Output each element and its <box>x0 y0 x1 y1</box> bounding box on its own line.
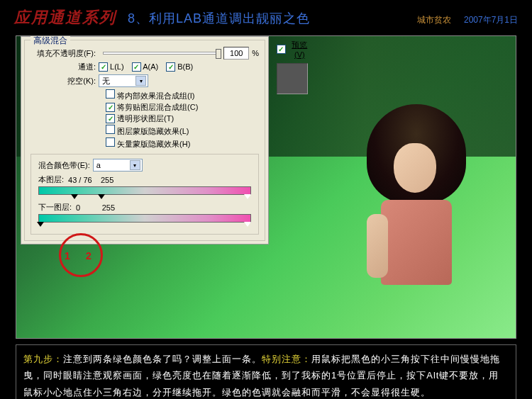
chevron-down-icon: ▾ <box>130 160 140 170</box>
channels-label: 通道: <box>31 62 96 72</box>
blend-if-label: 混合颜色带(E): <box>38 160 90 171</box>
series-title: 应用通道系列 <box>14 7 116 28</box>
percent-label: % <box>252 49 259 57</box>
blend-if-group: 混合颜色带(E): a▾ 本图层: 43 / 76 255 <box>31 154 259 235</box>
knockout-label: 挖空(K): <box>31 76 96 86</box>
group-title: 高级混合 <box>31 35 70 47</box>
fill-opacity-input[interactable]: 100 <box>223 47 249 60</box>
instruction-footer: 第九步：注意到两条绿色颜色条了吗？调整上面一条。特别注意：用鼠标把黑色的小三角按… <box>16 344 516 399</box>
knockout-select[interactable]: 无▾ <box>99 74 148 87</box>
channel-l-checkbox[interactable]: ✓ L(L) <box>99 62 124 72</box>
lesson-title: 8、利用LAB通道调出靓丽之色 <box>128 10 310 27</box>
opt-layer-mask-hides[interactable]: 图层蒙版隐藏效果(L) <box>106 125 189 137</box>
preview-swatch <box>277 63 308 94</box>
white-slider[interactable] <box>244 194 251 199</box>
photo-subject <box>331 104 487 288</box>
this-layer-label: 本图层: <box>38 174 64 185</box>
chevron-down-icon: ▾ <box>135 76 146 86</box>
this-layer-values: 43 / 76 255 <box>68 176 113 184</box>
annotation-marker-2: 2 <box>86 250 92 262</box>
opt-interior-effects[interactable]: 将内部效果混合成组(I) <box>106 89 194 101</box>
warning-label: 特别注意： <box>262 354 311 364</box>
opt-transparency-shapes[interactable]: ✓ 透明形状图层(T) <box>106 113 174 124</box>
channel-a-checkbox[interactable]: ✓ A(A) <box>132 62 158 72</box>
black-slider-under[interactable] <box>37 222 44 227</box>
opt-vector-mask-hides[interactable]: 矢量蒙版隐藏效果(H) <box>106 137 190 150</box>
author-label: 城市贫农 <box>417 14 451 26</box>
date-label: 2007年7月1日 <box>464 14 518 26</box>
black-slider-left[interactable] <box>71 194 78 199</box>
opt-clipped-layers[interactable]: ✓ 将剪贴图层混合成组(C) <box>106 102 198 113</box>
under-layer-label: 下一图层: <box>38 202 72 213</box>
fill-opacity-label: 填充不透明度(F): <box>31 48 96 59</box>
step-label: 第九步： <box>23 354 63 364</box>
channel-b-checkbox[interactable]: ✓ B(B) <box>166 62 193 72</box>
page-header: 应用通道系列 8、利用LAB通道调出靓丽之色 城市贫农 2007年7月1日 <box>0 0 532 33</box>
under-layer-gradient[interactable] <box>38 214 251 223</box>
this-layer-gradient[interactable] <box>38 186 251 195</box>
fill-opacity-slider[interactable] <box>103 52 216 55</box>
annotation-marker-1: 1 <box>65 250 70 262</box>
black-slider-right[interactable] <box>98 194 105 199</box>
under-layer-values: 0 255 <box>76 203 115 212</box>
header-meta: 城市贫农 2007年7月1日 <box>417 14 518 26</box>
instruction-text-1: 注意到两条绿色颜色条了吗？调整上面一条。 <box>63 354 262 364</box>
blending-options-dialog: ✓预览(V) 高级混合 填充不透明度(F): 100 % 通道: ✓ L(L) … <box>21 36 269 245</box>
white-slider-under[interactable] <box>244 222 251 227</box>
advanced-blending-group: 高级混合 填充不透明度(F): 100 % 通道: ✓ L(L) ✓ A(A) … <box>24 40 265 241</box>
preview-checkbox[interactable]: ✓预览(V) <box>277 40 312 59</box>
blend-if-select[interactable]: a▾ <box>93 159 143 172</box>
screenshot-area: ✓预览(V) 高级混合 填充不透明度(F): 100 % 通道: ✓ L(L) … <box>16 35 516 339</box>
